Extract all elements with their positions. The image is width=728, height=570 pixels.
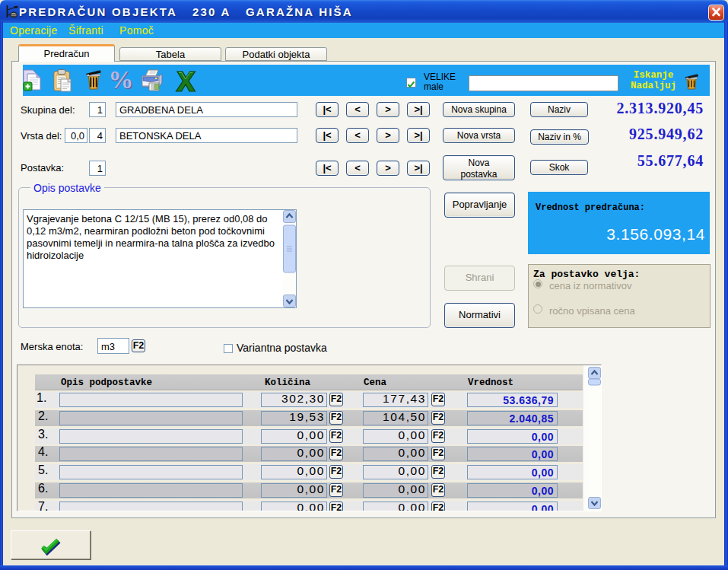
svg-text:%: %	[109, 69, 134, 92]
